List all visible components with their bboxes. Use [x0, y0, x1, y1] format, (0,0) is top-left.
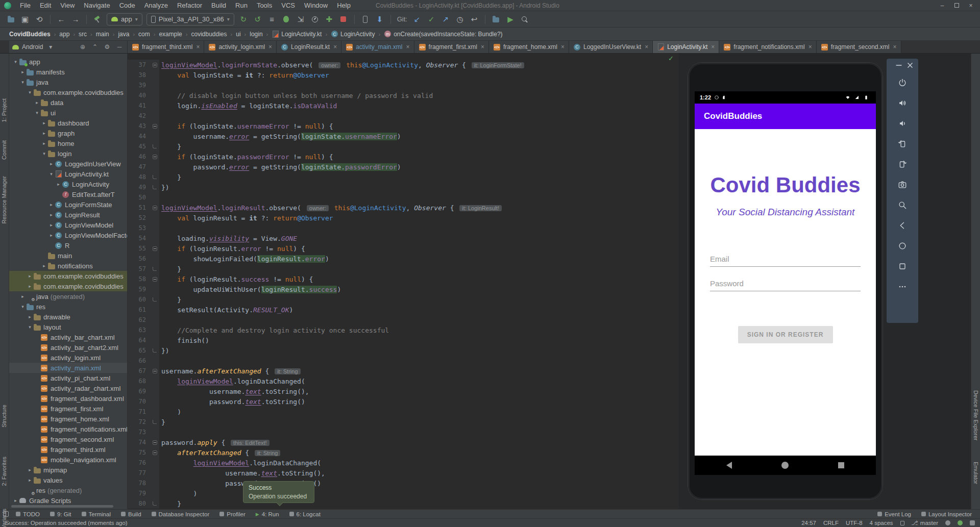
breadcrumb-item[interactable]: com: [136, 30, 152, 38]
sign-in-button[interactable]: SIGN IN OR REGISTER: [738, 326, 833, 343]
locate-file-icon[interactable]: ⊕: [78, 43, 87, 51]
tab-close-icon[interactable]: ×: [196, 43, 200, 51]
tree-collapse-arrow[interactable]: ▾: [27, 324, 33, 330]
fold-marker[interactable]: [150, 366, 159, 376]
tree-item-ui[interactable]: ▾ui: [9, 108, 127, 118]
tool-button-Build[interactable]: Build: [116, 510, 146, 519]
fold-marker[interactable]: [150, 264, 159, 274]
tree-expand-arrow[interactable]: ▸: [41, 141, 47, 146]
fold-marker[interactable]: [150, 203, 159, 213]
breadcrumb-item[interactable]: ui: [234, 30, 242, 38]
tree-expand-arrow[interactable]: ▸: [19, 69, 26, 74]
tree-item-data[interactable]: ▸data: [9, 97, 127, 108]
tree-item-dashboard[interactable]: ▸dashboard: [9, 118, 127, 128]
fold-marker[interactable]: [150, 152, 159, 162]
tree-item-LoginActivity.kt[interactable]: ▾LoginActivity.kt: [9, 169, 127, 179]
device-manager-icon[interactable]: [359, 13, 372, 26]
stripe-item-Resource Manager[interactable]: Resource Manager: [1, 176, 7, 224]
collapse-all-icon[interactable]: ⌃: [90, 43, 100, 51]
back-icon[interactable]: ←: [55, 13, 68, 26]
tree-item-fragment_home.xml[interactable]: </>fragment_home.xml: [9, 414, 127, 424]
tool-button-Database Inspector[interactable]: Database Inspector: [146, 510, 215, 519]
sdk-manager-icon[interactable]: ⬇: [373, 13, 386, 26]
tool-button-TODO[interactable]: TODO: [11, 510, 45, 519]
tab-fragment_second.xml[interactable]: </>fragment_second.xml×: [817, 41, 901, 53]
tree-expand-arrow[interactable]: ▸: [48, 222, 55, 228]
tree-collapse-arrow[interactable]: ▾: [34, 110, 40, 115]
tree-item-Gradle Scripts[interactable]: ▸Gradle Scripts: [9, 495, 127, 506]
lock-icon[interactable]: [900, 521, 904, 525]
tree-expand-arrow[interactable]: ▸: [27, 467, 33, 472]
menu-view[interactable]: View: [56, 0, 79, 11]
project-structure-icon[interactable]: [489, 13, 503, 26]
menu-analyze[interactable]: Analyze: [140, 0, 173, 11]
git-commit-icon[interactable]: ✓: [425, 13, 438, 26]
stripe-item-Device File Explorer[interactable]: Device File Explorer: [973, 390, 979, 440]
tree-item-fragment_third.xml[interactable]: </>fragment_third.xml: [9, 444, 127, 455]
tree-item-com.example.covidbuddies[interactable]: ▾com.example.covidbuddies: [9, 87, 127, 97]
tree-expand-arrow[interactable]: ▸: [48, 161, 55, 166]
android-home-icon[interactable]: [781, 462, 789, 469]
tree-item-LoginActivity[interactable]: ▸CLoginActivity: [9, 179, 127, 189]
git-push-icon[interactable]: ↗: [439, 13, 452, 26]
breadcrumb-item[interactable]: app: [57, 30, 71, 38]
breadcrumb-item[interactable]: example: [157, 30, 184, 38]
fold-marker[interactable]: [150, 121, 159, 131]
run-icon[interactable]: ↻: [237, 13, 250, 26]
tree-item-home[interactable]: ▸home: [9, 138, 127, 148]
tree-collapse-arrow[interactable]: ▾: [12, 59, 19, 64]
line-separator[interactable]: CRLF: [823, 520, 839, 526]
search-everywhere-icon[interactable]: [518, 13, 531, 26]
run-with-coverage-icon[interactable]: ≡: [265, 13, 279, 26]
tree-item-activity_bar_chart.xml[interactable]: </>activity_bar_chart.xml: [9, 332, 127, 342]
rotate-right-icon[interactable]: [894, 156, 911, 173]
attach-debugger-icon[interactable]: ⇲: [294, 13, 307, 26]
android-overview-icon[interactable]: [838, 462, 844, 468]
tree-expand-arrow[interactable]: ▸: [34, 100, 40, 105]
tree-item-res[interactable]: res (generated): [9, 485, 127, 495]
tree-item-manifests[interactable]: ▸manifests: [9, 67, 127, 77]
fold-marker[interactable]: [150, 243, 159, 254]
menu-vcs[interactable]: VCS: [277, 0, 300, 11]
more-icon[interactable]: [894, 278, 911, 295]
tree-item-fragment_second.xml[interactable]: </>fragment_second.xml: [9, 434, 127, 444]
tree-expand-arrow[interactable]: ▸: [12, 498, 19, 503]
tab-close-icon[interactable]: ×: [711, 43, 715, 51]
sync-icon[interactable]: ⟲: [33, 13, 46, 26]
tree-item-activity_main.xml[interactable]: </>activity_main.xml: [9, 363, 127, 373]
profiler-icon[interactable]: [308, 13, 322, 26]
menu-window[interactable]: Window: [300, 0, 332, 11]
tree-item-activity_radar_chart.xml[interactable]: </>activity_radar_chart.xml: [9, 383, 127, 393]
breadcrumb-item[interactable]: CLoginActivity: [329, 30, 377, 38]
apply-changes-icon[interactable]: ↺: [251, 13, 264, 26]
tree-item-notifications[interactable]: ▸notifications: [9, 261, 127, 271]
fold-marker[interactable]: [150, 345, 159, 356]
tree-expand-arrow[interactable]: ▸: [27, 284, 33, 289]
tree-expand-arrow[interactable]: ▸: [41, 120, 47, 126]
menu-tools[interactable]: Tools: [252, 0, 277, 11]
indent-setting[interactable]: 4 spaces: [870, 520, 893, 526]
tree-item-activity_login.xml[interactable]: </>activity_login.xml: [9, 353, 127, 363]
tab-LoggedInUserView.kt[interactable]: CLoggedInUserView.kt×: [569, 41, 653, 53]
tree-item-mipmap[interactable]: ▸mipmap: [9, 465, 127, 475]
tree-collapse-arrow[interactable]: ▾: [19, 80, 26, 85]
tab-activity_login.xml[interactable]: </>activity_login.xml×: [204, 41, 277, 53]
tree-item-main[interactable]: main: [9, 250, 127, 261]
tool-button-Event Log[interactable]: Event Log: [872, 510, 916, 519]
device-selector[interactable]: Pixel_3a_API_30_x86 ▾: [146, 13, 234, 26]
stripe-item-1: Project[interactable]: 1: Project: [1, 98, 7, 122]
fold-collapse-icon[interactable]: [153, 206, 157, 210]
fold-collapse-icon[interactable]: [153, 155, 157, 159]
tool-button-6: Logcat[interactable]: 6: Logcat: [284, 510, 326, 519]
password-field[interactable]: Password: [710, 276, 861, 291]
stripe-item-Structure[interactable]: Structure: [1, 405, 7, 428]
fold-marker[interactable]: [150, 417, 159, 427]
maximize-button[interactable]: [949, 1, 964, 11]
tab-close-icon[interactable]: ×: [808, 43, 812, 51]
tool-button-Profiler[interactable]: Profiler: [214, 510, 250, 519]
email-field[interactable]: Email: [710, 252, 861, 267]
fold-collapse-icon[interactable]: [153, 124, 157, 129]
tree-item-R[interactable]: CR: [9, 240, 127, 250]
forward-icon[interactable]: →: [69, 13, 82, 26]
fold-collapse-icon[interactable]: [153, 369, 157, 373]
